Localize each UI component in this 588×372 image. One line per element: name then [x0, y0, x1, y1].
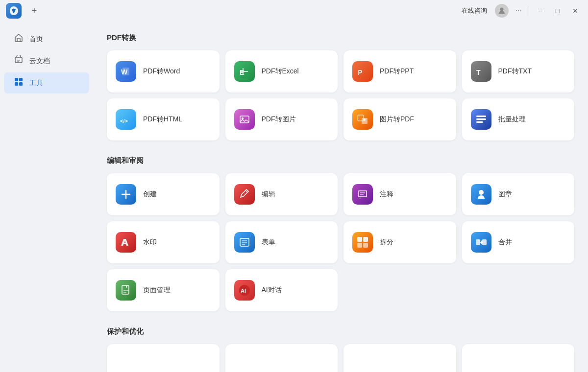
edit-icon — [234, 184, 255, 205]
tool-batch[interactable]: 批量处理 — [462, 98, 575, 140]
pdf2ppt-icon: P — [352, 61, 373, 82]
tool-stamp[interactable]: 图章 — [462, 173, 575, 215]
tool-pdf2word[interactable]: W PDF转Word — [107, 50, 220, 93]
tool-pdf2excel[interactable]: E PDF转Excel — [225, 50, 338, 93]
svg-point-0 — [500, 8, 503, 11]
svg-text:</>: </> — [120, 118, 128, 124]
ai-label: AI对话 — [262, 286, 282, 295]
tool-split[interactable]: 拆分 — [343, 221, 456, 263]
svg-rect-30 — [363, 243, 368, 248]
protect-grid — [107, 344, 574, 372]
merge-label: 合并 — [498, 238, 512, 247]
tool-ai[interactable]: AI AI对话 — [225, 269, 338, 311]
sidebar-item-tools[interactable]: 工具 — [4, 72, 89, 93]
more-options-button[interactable]: ··· — [513, 5, 525, 16]
content-area: PDF转换 W PDF转Word E — [93, 22, 588, 372]
svg-text:E: E — [240, 69, 244, 76]
tool-create[interactable]: 创建 — [107, 173, 220, 215]
split-label: 拆分 — [380, 238, 393, 247]
new-tab-button[interactable]: + — [27, 4, 41, 18]
batch-label: 批量处理 — [498, 115, 526, 124]
edit-grid: 创建 编辑 — [107, 173, 574, 311]
watermark-label: 水印 — [143, 238, 157, 247]
img2pdf-label: 图片转PDF — [380, 115, 414, 124]
tool-page[interactable]: 页面管理 — [107, 269, 220, 311]
sidebar-cloud-label: 云文档 — [29, 57, 50, 66]
tool-edit[interactable]: 编辑 — [225, 173, 338, 215]
pdf2txt-icon: T — [471, 61, 491, 82]
titlebar-divider — [529, 6, 529, 16]
section-title-edit: 编辑和审阅 — [107, 156, 574, 165]
tool-protect-1[interactable] — [107, 344, 220, 372]
pdf2html-icon: </> — [116, 109, 136, 130]
page-label: 页面管理 — [143, 286, 171, 295]
svg-point-22 — [479, 190, 484, 195]
svg-text:W: W — [121, 68, 128, 76]
page-icon — [116, 280, 136, 301]
tool-merge[interactable]: 合并 — [462, 221, 575, 263]
tool-protect-2[interactable] — [225, 344, 338, 372]
svg-rect-2 — [15, 78, 18, 81]
tool-pdf2html[interactable]: </> PDF转HTML — [107, 98, 220, 140]
svg-text:P: P — [358, 69, 362, 76]
tool-pdf2txt[interactable]: T PDF转TXT — [462, 50, 575, 93]
pdf2excel-icon: E — [234, 61, 255, 82]
pdf2word-icon: W — [116, 61, 136, 82]
sidebar-item-cloud[interactable]: 云文档 — [4, 50, 89, 71]
comment-label: 注释 — [380, 190, 393, 199]
svg-rect-23 — [240, 238, 249, 246]
tool-img2pdf[interactable]: 图片转PDF — [343, 98, 456, 140]
titlebar-left: + — [6, 3, 41, 19]
tool-watermark[interactable]: 水印 — [107, 221, 220, 263]
form-icon — [234, 232, 255, 253]
pdf2txt-label: PDF转TXT — [498, 67, 532, 76]
batch-icon — [471, 109, 491, 130]
svg-rect-3 — [19, 78, 23, 81]
svg-rect-4 — [15, 82, 18, 86]
tool-protect-4[interactable] — [462, 344, 575, 372]
tool-pdf2image[interactable]: PDF转图片 — [225, 98, 338, 140]
sidebar-item-home[interactable]: 首页 — [4, 28, 89, 49]
tools-icon — [14, 77, 24, 89]
pdf2excel-label: PDF转Excel — [262, 67, 299, 76]
ai-icon: AI — [234, 280, 255, 301]
form-label: 表单 — [262, 238, 275, 247]
user-avatar[interactable] — [495, 4, 509, 18]
tool-form[interactable]: 表单 — [225, 221, 338, 263]
sidebar-tools-label: 工具 — [29, 79, 43, 88]
svg-rect-17 — [476, 116, 486, 117]
svg-rect-5 — [19, 82, 23, 86]
tool-comment[interactable]: 注释 — [343, 173, 456, 215]
tool-protect-3[interactable] — [343, 344, 456, 372]
svg-rect-29 — [357, 243, 362, 248]
cloud-icon — [14, 55, 24, 67]
main-layout: 首页 云文档 工具 — [0, 22, 588, 372]
svg-text:AI: AI — [241, 288, 246, 294]
pdf2image-label: PDF转图片 — [262, 115, 296, 124]
maximize-button[interactable]: □ — [551, 4, 564, 18]
minimize-button[interactable]: ─ — [533, 4, 547, 18]
img2pdf-icon — [352, 109, 373, 130]
close-button[interactable]: ✕ — [568, 4, 582, 18]
tool-pdf2ppt[interactable]: P PDF转PPT — [343, 50, 456, 93]
split-icon — [352, 232, 373, 253]
create-label: 创建 — [143, 190, 157, 199]
home-icon — [14, 33, 24, 45]
svg-rect-31 — [476, 239, 480, 245]
create-icon — [116, 184, 136, 205]
section-title-pdf-convert: PDF转换 — [107, 33, 574, 43]
stamp-icon — [471, 184, 491, 205]
section-title-protect: 保护和优化 — [107, 327, 574, 336]
sidebar: 首页 云文档 工具 — [0, 22, 93, 372]
titlebar: + 在线咨询 ··· ─ □ ✕ — [0, 0, 588, 22]
stamp-label: 图章 — [498, 190, 512, 199]
svg-text:T: T — [476, 69, 481, 76]
online-consult-button[interactable]: 在线咨询 — [458, 4, 491, 17]
pdf-convert-grid: W PDF转Word E PDF转Excel P — [107, 50, 574, 140]
svg-rect-27 — [357, 237, 362, 242]
titlebar-right: 在线咨询 ··· ─ □ ✕ — [458, 4, 582, 18]
pdf2image-icon — [234, 109, 255, 130]
edit-label: 编辑 — [262, 190, 275, 199]
pdf2word-label: PDF转Word — [143, 67, 180, 76]
pdf2html-label: PDF转HTML — [143, 115, 182, 124]
